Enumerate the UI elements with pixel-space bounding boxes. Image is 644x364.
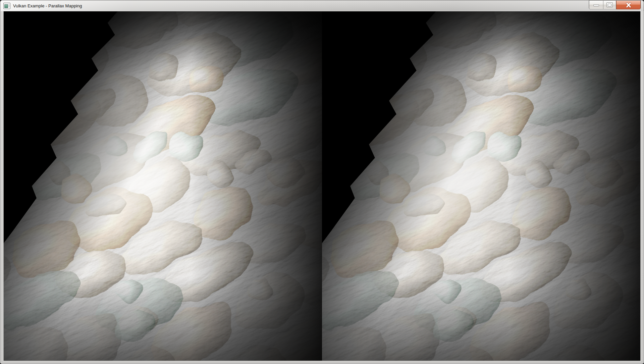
rock-render-svg xyxy=(4,11,322,361)
maximize-icon xyxy=(606,2,613,7)
caption-buttons xyxy=(589,1,641,9)
render-viewport-right[interactable] xyxy=(322,11,640,361)
close-icon xyxy=(625,2,632,8)
render-area xyxy=(3,11,641,361)
app-icon-teal-square xyxy=(4,4,8,8)
minimize-icon xyxy=(593,4,599,6)
close-button[interactable] xyxy=(616,1,641,9)
render-viewport-left[interactable] xyxy=(4,11,322,361)
minimize-button[interactable] xyxy=(589,1,603,9)
app-icon-scrollbar xyxy=(9,4,9,7)
window-title: Vulkan Example - Parallax Mapping xyxy=(13,3,82,8)
titlebar[interactable]: Vulkan Example - Parallax Mapping xyxy=(0,0,644,11)
maximize-button[interactable] xyxy=(603,1,616,9)
app-window: Vulkan Example - Parallax Mapping xyxy=(0,0,644,364)
rock-render-svg xyxy=(322,11,640,361)
app-icon-titlestrip xyxy=(4,3,10,4)
app-icon[interactable] xyxy=(3,3,10,9)
